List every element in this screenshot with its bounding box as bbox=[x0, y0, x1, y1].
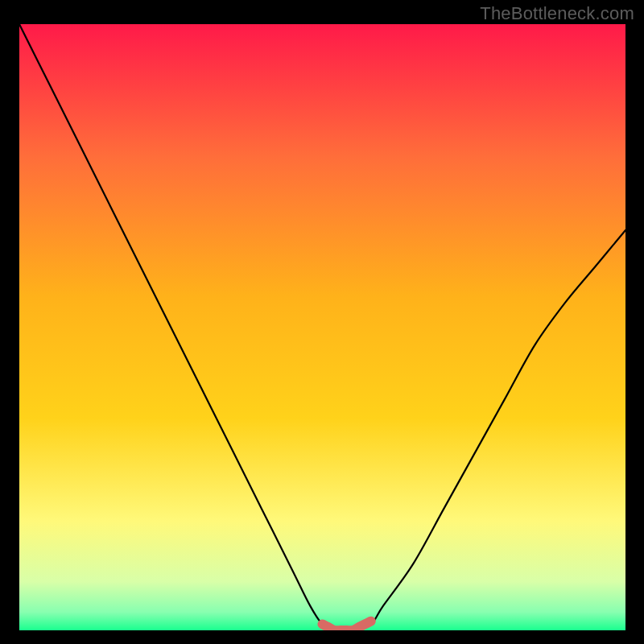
chart-frame: TheBottleneck.com bbox=[0, 0, 644, 644]
watermark-label: TheBottleneck.com bbox=[480, 3, 634, 24]
chart-svg bbox=[19, 24, 625, 630]
plot-area bbox=[19, 24, 625, 630]
gradient-background bbox=[19, 24, 625, 630]
